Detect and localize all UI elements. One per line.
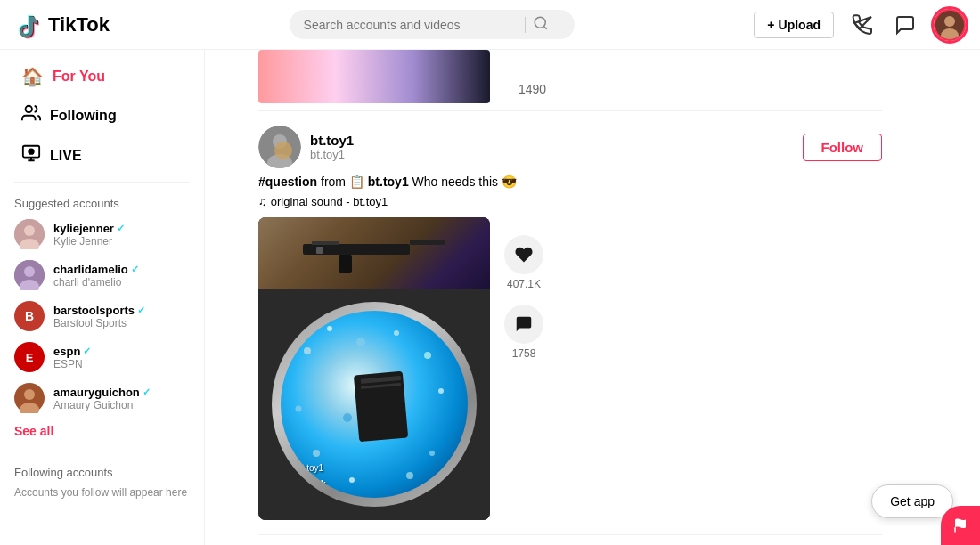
video-description: #question from 📋 bt.toy1 Who needs this … [258,174,882,191]
charli-username: charlidamelio ✓ [53,263,139,276]
messages-icon [894,14,916,36]
charli-info: charlidamelio ✓ charli d'amelio [53,263,139,289]
following-accounts-title: Following accounts [0,459,204,483]
author-handle: bt.toy1 [310,148,354,161]
logo[interactable]: TikTok [14,11,110,39]
svg-point-32 [438,388,444,394]
svg-rect-26 [316,247,323,254]
author-info: bt.toy1 bt.toy1 [310,133,354,161]
video-actions: 407.1K 1758 [504,217,543,520]
svg-point-27 [304,347,311,354]
suggested-accounts-title: Suggested accounts [0,190,204,214]
video-row: ♪ TikTok @bt.toy1 [258,217,882,520]
upload-label: Upload [779,18,821,32]
like-button[interactable]: 407.1K [504,235,543,290]
sidebar-divider-1 [14,182,190,183]
video-sound[interactable]: ♫ original sound - bt.toy1 [258,195,882,208]
nav-live[interactable]: LIVE [7,136,197,175]
svg-point-28 [327,326,332,331]
suggested-account-barstool[interactable]: B barstoolsports ✓ Barstool Sports [0,296,204,337]
like-count: 407.1K [507,278,541,290]
video-content: bt.toy1 bt.toy1 Follow #question from 📋 … [258,126,882,520]
suggested-account-kylie[interactable]: kyliejenner ✓ Kylie Jenner [0,214,204,255]
get-app-button[interactable]: Get app [871,484,953,518]
follow-button[interactable]: Follow [803,134,883,161]
user-avatar-icon [935,11,964,39]
nav-live-label: LIVE [50,148,82,164]
svg-point-35 [429,451,435,456]
charli-verified-icon: ✓ [131,264,139,275]
tiktok-handle: @bt.toy1 [288,463,323,473]
video-card: bt.toy1 bt.toy1 Follow #question from 📋 … [258,111,882,535]
suggested-account-espn[interactable]: E espn ✓ ESPN [0,337,204,378]
like-icon-circle [504,235,543,274]
amaury-info: amauryguichon ✓ Amaury Guichon [53,386,151,411]
comment-icon [514,314,534,334]
svg-rect-23 [410,240,445,245]
espn-avatar: E [14,342,45,372]
author-username[interactable]: bt.toy1 [310,133,354,148]
suggested-account-charli[interactable]: charlidamelio ✓ charli d'amelio [0,255,204,296]
suggested-account-amaury[interactable]: amauryguichon ✓ Amaury Guichon [0,378,204,419]
messages-icon-button[interactable] [891,11,919,39]
user-avatar-header[interactable] [934,9,966,41]
barstool-display: Barstool Sports [53,317,145,329]
kylie-username: kyliejenner ✓ [53,222,125,235]
upload-plus-icon: + [767,18,774,32]
svg-point-8 [29,149,34,154]
main-feed: 1490 bt.toy1 bt.toy1 Follow [205,50,980,545]
desc-text: Who needs this [412,175,499,189]
metal-rim: ♪ TikTok @bt.toy1 [272,302,477,507]
desc-from: from [321,175,349,189]
video-main-area: ♪ TikTok @bt.toy1 [258,289,490,520]
inbox-icon [852,14,873,36]
svg-point-13 [24,266,35,277]
sunglasses-emoji: 😎 [502,175,517,189]
svg-point-36 [406,472,413,479]
espn-info: espn ✓ ESPN [53,345,91,370]
amaury-verified-icon: ✓ [143,386,151,398]
report-button[interactable] [941,506,980,545]
svg-point-21 [274,142,292,159]
tiktok-watermark: ♪ TikTok [288,478,326,489]
kylie-verified-icon: ✓ [117,223,125,234]
search-button[interactable] [533,15,549,34]
video-author-row: bt.toy1 bt.toy1 Follow [258,126,882,168]
top-partial-video: 1490 [258,50,882,111]
see-all-button[interactable]: See all [0,419,204,443]
sound-text: original sound - bt.toy1 [271,195,388,208]
inbox-icon-button[interactable] [848,11,877,39]
search-input[interactable] [304,18,518,32]
following-note: Accounts you follow will appear here [0,483,204,502]
sidebar-divider-2 [14,451,190,451]
video-composite: ♪ TikTok @bt.toy1 [258,217,490,520]
feed-container: 1490 bt.toy1 bt.toy1 Follow [258,50,882,535]
body: 🏠 For You Following [0,50,980,545]
tiktok-watermark-text: TikTok [296,478,326,489]
music-note-icon: ♫ [258,195,267,208]
svg-point-4 [944,16,955,27]
svg-point-39 [343,413,352,422]
barstool-username: barstoolsports ✓ [53,304,145,317]
upload-button[interactable]: + Upload [754,12,834,38]
comment-icon-circle [504,305,543,344]
video-thumbnail[interactable]: ♪ TikTok @bt.toy1 [258,217,490,520]
amaury-avatar [14,383,45,413]
svg-point-10 [24,225,35,236]
amaury-display: Amaury Guichon [53,399,151,411]
comment-button[interactable]: 1758 [504,305,543,360]
mention-bt-toy1[interactable]: bt.toy1 [368,175,409,189]
nav-following-label: Following [50,108,117,124]
logo-text: TikTok [48,13,110,37]
playlist-icon: 📋 [349,175,364,189]
comment-count: 1758 [512,347,536,360]
author-avatar[interactable] [258,126,301,168]
crystal-circle: ♪ TikTok @bt.toy1 [281,311,468,498]
hashtag-question[interactable]: #question [258,175,317,189]
charli-display: charli d'amelio [53,276,139,289]
nav-for-you[interactable]: 🏠 For You [7,59,197,94]
kylie-info: kyliejenner ✓ Kylie Jenner [53,222,125,248]
nav-following[interactable]: Following [7,96,197,134]
search-bar[interactable] [290,10,575,39]
svg-point-1 [535,17,545,28]
